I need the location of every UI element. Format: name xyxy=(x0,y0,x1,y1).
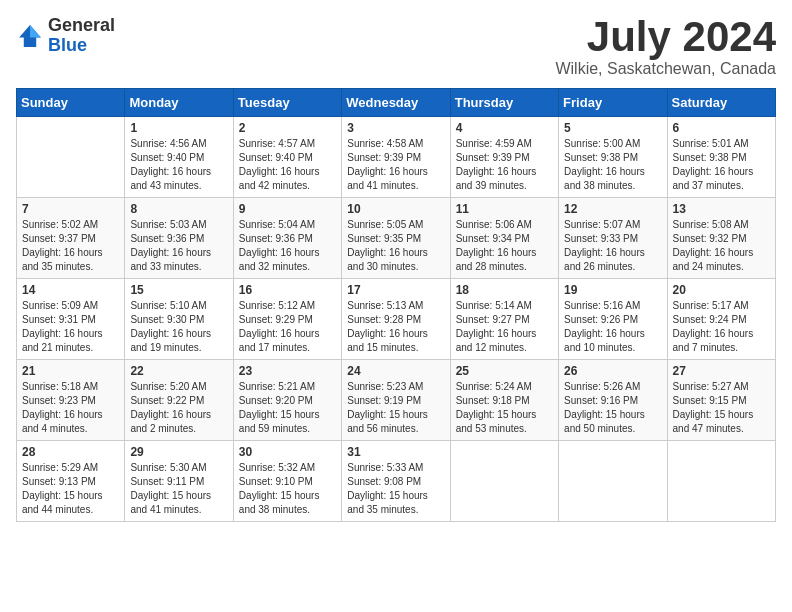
day-number: 28 xyxy=(22,445,119,459)
cell-content: Sunrise: 5:00 AMSunset: 9:38 PMDaylight:… xyxy=(564,137,661,193)
cell-content: Sunrise: 5:07 AMSunset: 9:33 PMDaylight:… xyxy=(564,218,661,274)
day-number: 13 xyxy=(673,202,770,216)
day-number: 3 xyxy=(347,121,444,135)
logo: General Blue xyxy=(16,16,115,56)
day-number: 20 xyxy=(673,283,770,297)
cell-content: Sunrise: 5:16 AMSunset: 9:26 PMDaylight:… xyxy=(564,299,661,355)
weekday-header-wednesday: Wednesday xyxy=(342,89,450,117)
calendar-cell: 22Sunrise: 5:20 AMSunset: 9:22 PMDayligh… xyxy=(125,360,233,441)
cell-content: Sunrise: 4:57 AMSunset: 9:40 PMDaylight:… xyxy=(239,137,336,193)
cell-content: Sunrise: 5:30 AMSunset: 9:11 PMDaylight:… xyxy=(130,461,227,517)
calendar-cell: 2Sunrise: 4:57 AMSunset: 9:40 PMDaylight… xyxy=(233,117,341,198)
calendar-cell: 7Sunrise: 5:02 AMSunset: 9:37 PMDaylight… xyxy=(17,198,125,279)
day-number: 29 xyxy=(130,445,227,459)
calendar-cell: 24Sunrise: 5:23 AMSunset: 9:19 PMDayligh… xyxy=(342,360,450,441)
week-row-3: 14Sunrise: 5:09 AMSunset: 9:31 PMDayligh… xyxy=(17,279,776,360)
cell-content: Sunrise: 5:13 AMSunset: 9:28 PMDaylight:… xyxy=(347,299,444,355)
day-number: 9 xyxy=(239,202,336,216)
calendar-cell: 1Sunrise: 4:56 AMSunset: 9:40 PMDaylight… xyxy=(125,117,233,198)
week-row-1: 1Sunrise: 4:56 AMSunset: 9:40 PMDaylight… xyxy=(17,117,776,198)
cell-content: Sunrise: 5:21 AMSunset: 9:20 PMDaylight:… xyxy=(239,380,336,436)
cell-content: Sunrise: 5:14 AMSunset: 9:27 PMDaylight:… xyxy=(456,299,553,355)
cell-content: Sunrise: 5:23 AMSunset: 9:19 PMDaylight:… xyxy=(347,380,444,436)
calendar-cell: 10Sunrise: 5:05 AMSunset: 9:35 PMDayligh… xyxy=(342,198,450,279)
cell-content: Sunrise: 5:20 AMSunset: 9:22 PMDaylight:… xyxy=(130,380,227,436)
day-number: 24 xyxy=(347,364,444,378)
calendar-cell: 3Sunrise: 4:58 AMSunset: 9:39 PMDaylight… xyxy=(342,117,450,198)
day-number: 6 xyxy=(673,121,770,135)
cell-content: Sunrise: 5:06 AMSunset: 9:34 PMDaylight:… xyxy=(456,218,553,274)
calendar-cell: 13Sunrise: 5:08 AMSunset: 9:32 PMDayligh… xyxy=(667,198,775,279)
cell-content: Sunrise: 5:12 AMSunset: 9:29 PMDaylight:… xyxy=(239,299,336,355)
cell-content: Sunrise: 5:08 AMSunset: 9:32 PMDaylight:… xyxy=(673,218,770,274)
weekday-header-monday: Monday xyxy=(125,89,233,117)
cell-content: Sunrise: 5:32 AMSunset: 9:10 PMDaylight:… xyxy=(239,461,336,517)
calendar-cell: 9Sunrise: 5:04 AMSunset: 9:36 PMDaylight… xyxy=(233,198,341,279)
cell-content: Sunrise: 5:09 AMSunset: 9:31 PMDaylight:… xyxy=(22,299,119,355)
week-row-2: 7Sunrise: 5:02 AMSunset: 9:37 PMDaylight… xyxy=(17,198,776,279)
calendar-cell: 26Sunrise: 5:26 AMSunset: 9:16 PMDayligh… xyxy=(559,360,667,441)
day-number: 30 xyxy=(239,445,336,459)
svg-marker-1 xyxy=(30,25,41,37)
calendar-cell: 31Sunrise: 5:33 AMSunset: 9:08 PMDayligh… xyxy=(342,441,450,522)
calendar-cell: 25Sunrise: 5:24 AMSunset: 9:18 PMDayligh… xyxy=(450,360,558,441)
day-number: 21 xyxy=(22,364,119,378)
calendar-cell: 30Sunrise: 5:32 AMSunset: 9:10 PMDayligh… xyxy=(233,441,341,522)
logo-general: General xyxy=(48,16,115,36)
day-number: 16 xyxy=(239,283,336,297)
weekday-header-tuesday: Tuesday xyxy=(233,89,341,117)
calendar-cell: 8Sunrise: 5:03 AMSunset: 9:36 PMDaylight… xyxy=(125,198,233,279)
calendar-cell xyxy=(559,441,667,522)
month-title: July 2024 xyxy=(555,16,776,58)
weekday-header-sunday: Sunday xyxy=(17,89,125,117)
weekday-header-friday: Friday xyxy=(559,89,667,117)
week-row-5: 28Sunrise: 5:29 AMSunset: 9:13 PMDayligh… xyxy=(17,441,776,522)
day-number: 7 xyxy=(22,202,119,216)
logo-blue: Blue xyxy=(48,36,115,56)
weekday-header-thursday: Thursday xyxy=(450,89,558,117)
cell-content: Sunrise: 5:29 AMSunset: 9:13 PMDaylight:… xyxy=(22,461,119,517)
calendar-cell: 27Sunrise: 5:27 AMSunset: 9:15 PMDayligh… xyxy=(667,360,775,441)
cell-content: Sunrise: 5:27 AMSunset: 9:15 PMDaylight:… xyxy=(673,380,770,436)
day-number: 5 xyxy=(564,121,661,135)
calendar-cell: 28Sunrise: 5:29 AMSunset: 9:13 PMDayligh… xyxy=(17,441,125,522)
day-number: 31 xyxy=(347,445,444,459)
day-number: 18 xyxy=(456,283,553,297)
calendar-cell xyxy=(17,117,125,198)
cell-content: Sunrise: 5:24 AMSunset: 9:18 PMDaylight:… xyxy=(456,380,553,436)
cell-content: Sunrise: 4:58 AMSunset: 9:39 PMDaylight:… xyxy=(347,137,444,193)
day-number: 14 xyxy=(22,283,119,297)
calendar-cell: 12Sunrise: 5:07 AMSunset: 9:33 PMDayligh… xyxy=(559,198,667,279)
day-number: 22 xyxy=(130,364,227,378)
day-number: 11 xyxy=(456,202,553,216)
day-number: 25 xyxy=(456,364,553,378)
calendar-cell: 17Sunrise: 5:13 AMSunset: 9:28 PMDayligh… xyxy=(342,279,450,360)
day-number: 10 xyxy=(347,202,444,216)
cell-content: Sunrise: 5:02 AMSunset: 9:37 PMDaylight:… xyxy=(22,218,119,274)
cell-content: Sunrise: 5:18 AMSunset: 9:23 PMDaylight:… xyxy=(22,380,119,436)
title-block: July 2024 Wilkie, Saskatchewan, Canada xyxy=(555,16,776,78)
cell-content: Sunrise: 5:26 AMSunset: 9:16 PMDaylight:… xyxy=(564,380,661,436)
calendar-cell: 11Sunrise: 5:06 AMSunset: 9:34 PMDayligh… xyxy=(450,198,558,279)
day-number: 12 xyxy=(564,202,661,216)
calendar-cell xyxy=(450,441,558,522)
logo-icon xyxy=(16,22,44,50)
calendar-cell: 18Sunrise: 5:14 AMSunset: 9:27 PMDayligh… xyxy=(450,279,558,360)
calendar-table: SundayMondayTuesdayWednesdayThursdayFrid… xyxy=(16,88,776,522)
calendar-cell: 21Sunrise: 5:18 AMSunset: 9:23 PMDayligh… xyxy=(17,360,125,441)
calendar-cell: 15Sunrise: 5:10 AMSunset: 9:30 PMDayligh… xyxy=(125,279,233,360)
day-number: 27 xyxy=(673,364,770,378)
day-number: 2 xyxy=(239,121,336,135)
day-number: 1 xyxy=(130,121,227,135)
day-number: 26 xyxy=(564,364,661,378)
calendar-cell: 14Sunrise: 5:09 AMSunset: 9:31 PMDayligh… xyxy=(17,279,125,360)
cell-content: Sunrise: 4:56 AMSunset: 9:40 PMDaylight:… xyxy=(130,137,227,193)
cell-content: Sunrise: 5:04 AMSunset: 9:36 PMDaylight:… xyxy=(239,218,336,274)
calendar-cell: 20Sunrise: 5:17 AMSunset: 9:24 PMDayligh… xyxy=(667,279,775,360)
week-row-4: 21Sunrise: 5:18 AMSunset: 9:23 PMDayligh… xyxy=(17,360,776,441)
calendar-cell xyxy=(667,441,775,522)
cell-content: Sunrise: 5:10 AMSunset: 9:30 PMDaylight:… xyxy=(130,299,227,355)
day-number: 17 xyxy=(347,283,444,297)
location: Wilkie, Saskatchewan, Canada xyxy=(555,60,776,78)
cell-content: Sunrise: 5:17 AMSunset: 9:24 PMDaylight:… xyxy=(673,299,770,355)
